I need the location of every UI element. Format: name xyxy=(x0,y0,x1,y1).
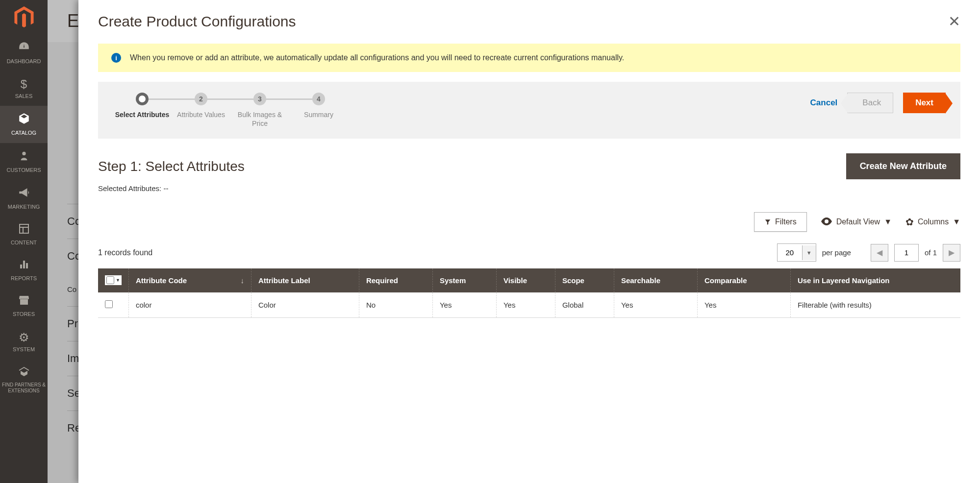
modal-title: Create Product Configurations xyxy=(98,13,296,30)
step-circle: 2 xyxy=(195,93,207,105)
col-scope[interactable]: Scope xyxy=(555,268,614,292)
nav-label: SALES xyxy=(15,93,32,99)
cell-required: No xyxy=(359,292,432,318)
nav-stores[interactable]: STORES xyxy=(0,288,48,324)
select-all-checkbox[interactable] xyxy=(106,276,114,284)
next-page-button[interactable]: ▶ xyxy=(943,244,960,262)
col-searchable[interactable]: Searchable xyxy=(614,268,697,292)
row-checkbox[interactable] xyxy=(105,300,113,308)
chevron-down-icon: ▼ xyxy=(953,217,960,226)
table-row[interactable]: color Color No Yes Yes Global Yes Yes Fi… xyxy=(98,292,960,318)
create-attribute-button[interactable]: Create New Attribute xyxy=(846,153,960,179)
dashboard-icon xyxy=(18,41,30,56)
step-line xyxy=(266,98,313,100)
chevron-down-icon[interactable]: ▼ xyxy=(116,278,120,283)
nav-label: MARKETING xyxy=(8,204,40,210)
nav-label: DASHBOARD xyxy=(7,58,41,65)
nav-marketing[interactable]: MARKETING xyxy=(0,180,48,217)
col-visible[interactable]: Visible xyxy=(496,268,555,292)
col-attribute-code[interactable]: Attribute Code↓ xyxy=(128,268,251,292)
info-icon: i xyxy=(111,53,121,63)
step-4: 4 Summary xyxy=(289,93,348,119)
person-icon xyxy=(19,149,29,165)
cell-searchable: Yes xyxy=(614,292,697,318)
col-layered[interactable]: Use in Layered Navigation xyxy=(790,268,960,292)
nav-label: CONTENT xyxy=(11,240,37,246)
nav-label: REPORTS xyxy=(11,275,37,282)
columns-dropdown[interactable]: ✿ Columns ▼ xyxy=(905,216,960,228)
admin-sidebar: DASHBOARD $ SALES CATALOG CUSTOMERS MARK… xyxy=(0,0,48,483)
gear-icon: ⚙ xyxy=(19,331,29,344)
col-system[interactable]: System xyxy=(432,268,496,292)
step-2: 2 Attribute Values xyxy=(172,93,230,119)
layout-icon xyxy=(18,223,30,238)
cube-icon xyxy=(18,112,30,128)
records-count: 1 records found xyxy=(98,248,152,257)
step-circle: 3 xyxy=(253,93,266,105)
cancel-button[interactable]: Cancel xyxy=(810,98,838,108)
info-banner: i When you remove or add an attribute, w… xyxy=(98,44,960,72)
dollar-icon: $ xyxy=(21,77,27,91)
current-page-input[interactable] xyxy=(894,244,919,262)
nav-sales[interactable]: $ SALES xyxy=(0,71,48,106)
back-button[interactable]: Back xyxy=(847,93,893,113)
step-label: Select Attributes xyxy=(115,110,170,119)
per-page-label: per page xyxy=(822,248,851,257)
step-title: Step 1: Select Attributes xyxy=(98,159,245,174)
col-checkbox[interactable]: ▼ xyxy=(98,268,128,292)
attributes-table: ▼ Attribute Code↓ Attribute Label Requir… xyxy=(98,268,960,318)
nav-label: FIND PARTNERS & EXTENSIONS xyxy=(0,382,48,394)
cell-label: Color xyxy=(251,292,359,318)
nav-dashboard[interactable]: DASHBOARD xyxy=(0,34,48,71)
next-button[interactable]: Next xyxy=(903,93,946,113)
store-icon xyxy=(18,294,30,309)
cell-visible: Yes xyxy=(496,292,555,318)
nav-content[interactable]: CONTENT xyxy=(0,217,48,252)
configuration-modal: Create Product Configurations ✕ i When y… xyxy=(78,0,980,483)
nav-system[interactable]: ⚙ SYSTEM xyxy=(0,324,48,359)
sort-down-icon: ↓ xyxy=(240,276,244,285)
nav-partners[interactable]: FIND PARTNERS & EXTENSIONS xyxy=(0,359,48,400)
grid-controls: Filters Default View ▼ ✿ Columns ▼ xyxy=(98,212,960,232)
stepper-row: Select Attributes 2 Attribute Values 3 B… xyxy=(98,82,960,139)
nav-customers[interactable]: CUSTOMERS xyxy=(0,143,48,180)
stepper-actions: Cancel Back Next xyxy=(810,93,946,113)
megaphone-icon xyxy=(18,186,30,202)
nav-label: CATALOG xyxy=(11,130,36,136)
page-of-label: of 1 xyxy=(925,248,937,257)
nav-reports[interactable]: REPORTS xyxy=(0,252,48,288)
cell-code: color xyxy=(128,292,251,318)
nav-catalog[interactable]: CATALOG xyxy=(0,106,48,143)
cell-system: Yes xyxy=(432,292,496,318)
info-message: When you remove or add an attribute, we … xyxy=(130,53,624,62)
page-size-input[interactable] xyxy=(778,244,802,261)
step-line xyxy=(148,98,195,100)
close-icon[interactable]: ✕ xyxy=(948,13,960,30)
nav-label: CUSTOMERS xyxy=(6,167,41,173)
gear-icon: ✿ xyxy=(905,216,914,228)
partners-icon xyxy=(18,365,30,380)
filters-button[interactable]: Filters xyxy=(754,212,807,232)
stepper: Select Attributes 2 Attribute Values 3 B… xyxy=(113,93,348,128)
magento-logo[interactable] xyxy=(0,0,48,34)
cell-scope: Global xyxy=(555,292,614,318)
cell-comparable: Yes xyxy=(697,292,790,318)
step-3: 3 Bulk Images & Price xyxy=(230,93,289,128)
page-size-select[interactable]: ▼ xyxy=(777,243,816,262)
step-1: Select Attributes xyxy=(113,93,172,119)
step-line xyxy=(207,98,254,100)
col-comparable[interactable]: Comparable xyxy=(697,268,790,292)
step-label: Bulk Images & Price xyxy=(230,110,289,128)
prev-page-button[interactable]: ◀ xyxy=(871,244,888,262)
nav-label: SYSTEM xyxy=(13,346,35,353)
default-view-dropdown[interactable]: Default View ▼ xyxy=(821,217,892,228)
selected-attributes-text: Selected Attributes: -- xyxy=(98,184,960,193)
col-required[interactable]: Required xyxy=(359,268,432,292)
step-circle: 4 xyxy=(312,93,325,105)
pager: ▼ per page ◀ of 1 ▶ xyxy=(777,243,960,262)
chevron-down-icon[interactable]: ▼ xyxy=(802,245,816,260)
funnel-icon xyxy=(764,218,771,225)
col-attribute-label[interactable]: Attribute Label xyxy=(251,268,359,292)
step-circle xyxy=(136,93,149,105)
step-label: Attribute Values xyxy=(177,110,225,119)
